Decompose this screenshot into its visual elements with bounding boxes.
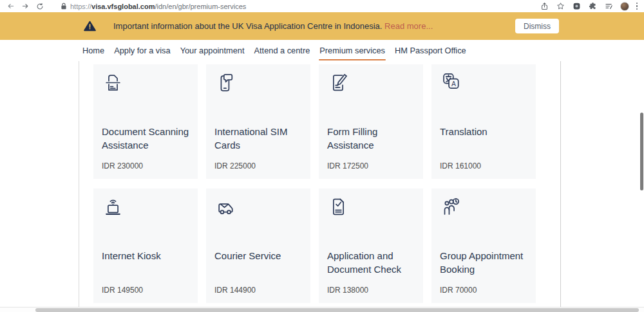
document-check-icon: [327, 195, 350, 219]
translation-icon: A: [439, 71, 463, 95]
content-container: Document Scanning Assistance IDR 230000 …: [79, 61, 561, 312]
laptop-wifi-icon: [101, 195, 125, 219]
warning-triangle-icon: [84, 21, 96, 32]
horizontal-scrollbar-track[interactable]: [0, 307, 644, 312]
forward-icon[interactable]: [20, 1, 30, 12]
group-appointment-clock-icon: [439, 195, 463, 219]
service-price: IDR 144900: [214, 286, 256, 295]
reading-list-icon[interactable]: [604, 1, 614, 12]
service-title: Translation: [440, 125, 531, 138]
service-card-courier-service[interactable]: Courier Service IDR 144900: [206, 188, 310, 303]
reload-icon[interactable]: [35, 1, 45, 12]
nav-item-premium-services[interactable]: Premium services: [319, 40, 386, 62]
service-price: IDR 225000: [214, 161, 256, 170]
service-title: Group Appointment Booking: [440, 249, 531, 276]
read-more-link[interactable]: Read more...: [384, 21, 433, 31]
lock-icon: [60, 1, 67, 12]
dismiss-button[interactable]: Dismiss: [515, 19, 559, 33]
service-title: Internet Kiosk: [102, 249, 193, 262]
document-scanner-icon: [101, 71, 125, 95]
browser-toolbar: https://visa.vfsglobal.com/idn/en/gbr/pr…: [0, 0, 644, 12]
service-card-document-scanning[interactable]: Document Scanning Assistance IDR 230000: [93, 64, 198, 179]
nav-item-apply-for-a-visa[interactable]: Apply for a visa: [113, 40, 171, 62]
share-icon[interactable]: [540, 1, 550, 12]
form-pencil-icon: [327, 71, 350, 95]
service-card-form-filling[interactable]: Form Filling Assistance IDR 172500: [319, 64, 423, 179]
service-title: International SIM Cards: [214, 125, 305, 152]
nav-item-your-appointment[interactable]: Your appointment: [180, 40, 245, 62]
vertical-scrollbar-thumb[interactable]: [640, 113, 643, 190]
service-price: IDR 172500: [327, 161, 368, 170]
url-path: /idn/en/gbr/premium-services: [155, 3, 246, 10]
service-price: IDR 70000: [440, 286, 477, 295]
service-card-international-sim[interactable]: International SIM Cards IDR 225000: [206, 64, 310, 179]
nav-item-hm-passport-office[interactable]: HM Passport Office: [394, 40, 467, 62]
service-price: IDR 138000: [327, 286, 368, 295]
service-title: Application and Document Check: [327, 249, 418, 276]
service-card-group-appointment[interactable]: Group Appointment Booking IDR 70000: [431, 188, 536, 303]
url-scheme: https://: [70, 3, 91, 10]
svg-text:A: A: [451, 80, 456, 87]
site-navigation: Home Apply for a visa Your appointment A…: [0, 40, 644, 61]
service-title: Courier Service: [214, 249, 305, 262]
banner-message: Important information about the UK Visa …: [113, 21, 433, 31]
browser-actions: [540, 1, 639, 12]
service-price: IDR 230000: [102, 161, 143, 170]
service-title: Form Filling Assistance: [327, 125, 418, 152]
extension-icon[interactable]: [572, 1, 582, 12]
url-text: https://visa.vfsglobal.com/idn/en/gbr/pr…: [70, 3, 246, 10]
profile-avatar[interactable]: [620, 2, 629, 11]
service-card-translation[interactable]: A Translation IDR 161000: [431, 64, 536, 179]
courier-van-icon: [214, 195, 238, 219]
services-grid: Document Scanning Assistance IDR 230000 …: [93, 64, 560, 303]
back-icon[interactable]: [5, 1, 15, 12]
premium-services-page: Document Scanning Assistance IDR 230000 …: [0, 61, 644, 312]
horizontal-scrollbar-thumb[interactable]: [35, 308, 639, 312]
service-price: IDR 149500: [102, 286, 143, 295]
service-card-application-document-check[interactable]: Application and Document Check IDR 13800…: [319, 188, 423, 303]
kebab-menu-icon[interactable]: [635, 1, 639, 12]
notice-banner: Important information about the UK Visa …: [0, 12, 644, 40]
nav-item-attend-a-centre[interactable]: Attend a centre: [254, 40, 311, 62]
url-domain: visa.vfsglobal.com: [91, 3, 155, 10]
puzzle-extensions-icon[interactable]: [588, 1, 598, 12]
sim-card-phone-icon: [214, 71, 238, 95]
address-bar[interactable]: https://visa.vfsglobal.com/idn/en/gbr/pr…: [60, 1, 246, 12]
service-title: Document Scanning Assistance: [102, 125, 193, 152]
service-card-internet-kiosk[interactable]: Internet Kiosk IDR 149500: [93, 188, 198, 303]
service-price: IDR 161000: [440, 161, 481, 170]
nav-item-home[interactable]: Home: [82, 40, 105, 62]
bookmark-star-icon[interactable]: [556, 1, 566, 12]
